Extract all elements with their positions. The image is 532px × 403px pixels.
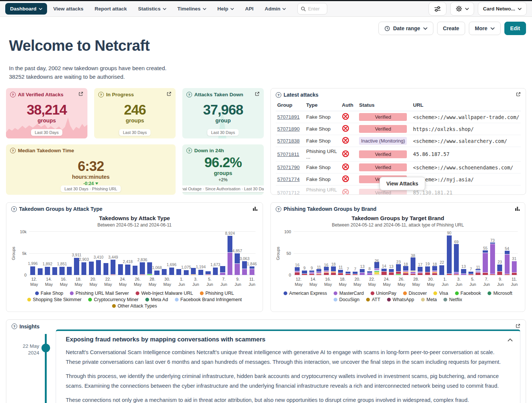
card-in-progress[interactable]: ? In Progress 246 groups Last 30 Days xyxy=(94,88,176,138)
help-icon[interactable]: ? xyxy=(10,148,16,153)
nav-item-statistics[interactable]: Statistics xyxy=(133,3,171,15)
bar-18-may[interactable]: 11 xyxy=(337,231,344,275)
bar-22-may[interactable] xyxy=(102,231,109,275)
bar-12-may[interactable]: 16 xyxy=(294,231,301,275)
filters-button[interactable] xyxy=(429,2,446,16)
nav-item-api[interactable]: API xyxy=(240,3,259,15)
group-link[interactable]: 57071811 xyxy=(277,151,299,157)
more-button[interactable]: More xyxy=(469,22,500,35)
group-link[interactable]: 57071890 xyxy=(277,126,300,132)
card-all-verified-attacks[interactable]: ? All Verified Attacks 38,214 groups Las… xyxy=(6,88,87,138)
bar-22-may[interactable]: 8 xyxy=(366,231,373,275)
bar-14-may[interactable]: 1,892 xyxy=(44,231,51,275)
bar-6-jun[interactable]: 1,673 xyxy=(212,231,219,275)
bar-8-jun[interactable]: 73 xyxy=(489,231,496,275)
bar-31-may[interactable]: 18 xyxy=(431,231,438,275)
legend-netflix[interactable]: Netflix xyxy=(443,297,462,302)
legend-meta-ad[interactable]: Meta Ad xyxy=(145,297,168,302)
bar-12-may[interactable]: 1,996 xyxy=(29,231,37,275)
legend-microsoft[interactable]: Microsoft xyxy=(488,291,512,296)
bar-9-jun[interactable]: 23 xyxy=(496,231,503,275)
external-link-icon[interactable] xyxy=(78,91,83,97)
bar-1-jun[interactable]: 22 xyxy=(438,231,445,275)
bar-7-jun[interactable]: 55 xyxy=(482,231,489,275)
group-link[interactable]: 57071838 xyxy=(277,138,300,144)
bar-25-may[interactable]: 13 xyxy=(388,231,395,275)
group-link[interactable]: 57071712 xyxy=(277,190,300,195)
bar-31-may[interactable]: 1,696 xyxy=(168,231,175,275)
bar-26-may[interactable]: 23 xyxy=(395,231,402,275)
nav-item-admin[interactable]: Admin xyxy=(260,3,291,15)
group-link[interactable]: 57071790 xyxy=(277,165,300,170)
bar-5-jun[interactable]: 7 xyxy=(467,231,474,275)
nav-item-timelines[interactable]: Timelines xyxy=(173,3,211,15)
bar-10-jun[interactable]: 3,063 xyxy=(241,231,248,275)
bar-7-jun[interactable] xyxy=(219,231,226,275)
chart-type-icon[interactable] xyxy=(515,206,520,212)
bar-27-may[interactable]: 18 xyxy=(402,231,409,275)
chart-type-icon[interactable] xyxy=(253,206,258,212)
attack-row[interactable]: 57071838 Fake Shop Inactive (Monitoring)… xyxy=(276,135,521,147)
bar-6-jun[interactable]: 11 xyxy=(474,231,482,275)
legend-shopping-site-skimmer[interactable]: Shopping Site Skimmer xyxy=(27,297,82,302)
bar-20-may[interactable]: 7 xyxy=(352,231,359,275)
legend-phishing-url[interactable]: Phishing URL xyxy=(200,291,234,296)
legend-facebook-brand-infringement[interactable]: Facebook Brand Infringement xyxy=(175,297,242,302)
external-link-icon[interactable] xyxy=(516,324,520,329)
legend-fake-shop[interactable]: Fake Shop xyxy=(35,291,63,296)
bar-19-may[interactable]: 7 xyxy=(344,231,352,275)
legend-phishing-url-mail-server[interactable]: Phishing URL Mail Server xyxy=(70,291,129,296)
external-link-icon[interactable] xyxy=(255,91,260,97)
card-attacks-taken-down[interactable]: ? Attacks Taken Down 37,968 group Last 3… xyxy=(182,88,264,138)
bar-15-may[interactable]: 11 xyxy=(315,231,322,275)
bar-29-may[interactable]: 1,068 xyxy=(153,231,161,275)
bar-20-may[interactable] xyxy=(87,231,95,275)
nav-item-view-attacks[interactable]: View attacks xyxy=(49,3,89,15)
card-down-in-24h[interactable]: ? Down in 24h 96.2% groups +2% Final Out… xyxy=(182,144,264,195)
bar-17-may[interactable]: 18 xyxy=(330,231,337,275)
bar-11-jun[interactable]: 31 xyxy=(511,231,518,275)
edit-button[interactable]: Edit xyxy=(504,22,526,35)
search-box[interactable] xyxy=(297,3,327,15)
bar-2-jun[interactable]: 90 xyxy=(446,231,453,275)
legend-american-express[interactable]: American Express xyxy=(284,291,327,296)
bar-21-may[interactable]: 3,410 xyxy=(95,231,102,275)
nav-item-help[interactable]: Help xyxy=(213,3,239,15)
attack-row[interactable]: 57071790 Fake Shop Verified <scheme>://w… xyxy=(276,162,521,174)
view-attacks-button[interactable]: View Attacks xyxy=(380,177,425,190)
external-link-icon[interactable] xyxy=(516,92,521,98)
legend-att[interactable]: ATT xyxy=(366,297,380,302)
bar-28-may[interactable]: 38 xyxy=(409,231,417,275)
bar-4-jun[interactable]: 1,194 xyxy=(197,231,205,275)
legend-web-inject-malware-url[interactable]: Web-Inject Malware URL xyxy=(136,291,193,296)
legend-unionpay[interactable]: UnionPay xyxy=(371,291,396,296)
create-button[interactable]: Create xyxy=(437,22,466,35)
bar-23-may[interactable]: 26 xyxy=(373,231,380,275)
bar-11-jun[interactable]: 1,846 xyxy=(248,231,256,275)
bar-29-may[interactable]: 17 xyxy=(417,231,424,275)
bar-24-may[interactable] xyxy=(117,231,124,275)
legend-facebook[interactable]: Facebook xyxy=(455,291,481,296)
help-icon[interactable]: ? xyxy=(186,92,192,97)
legend-other-attack-types[interactable]: Other Attack Types xyxy=(112,303,157,309)
bar-14-may[interactable]: 9 xyxy=(308,231,315,275)
help-icon[interactable]: ? xyxy=(186,148,192,153)
legend-visa[interactable]: Visa xyxy=(433,291,448,296)
attack-row[interactable]: 57071890 Fake Shop Verified https://oxlz… xyxy=(276,123,521,135)
bar-18-may[interactable]: 3,911 xyxy=(73,231,80,275)
external-link-icon[interactable] xyxy=(167,91,171,97)
bar-21-may[interactable]: 13 xyxy=(359,231,366,275)
account-menu-button[interactable]: Card Netwo... xyxy=(478,2,527,16)
search-input[interactable] xyxy=(308,6,324,12)
bar-30-may[interactable]: 19 xyxy=(424,231,431,275)
bar-26-may[interactable] xyxy=(132,231,139,275)
help-icon[interactable]: ? xyxy=(12,324,17,329)
bar-8-jun[interactable]: 8,924 xyxy=(226,231,234,275)
bar-3-jun[interactable]: 69 xyxy=(453,231,460,275)
card-median-takedown-time[interactable]: ? Median Takedown Time 6:32 hours:minute… xyxy=(6,144,176,195)
bar-4-jun[interactable]: 13 xyxy=(460,231,467,275)
help-icon[interactable]: ? xyxy=(276,206,281,212)
chevron-up-icon[interactable] xyxy=(508,336,513,343)
legend-docusign[interactable]: DocuSign xyxy=(334,297,359,302)
bar-16-may[interactable]: 16 xyxy=(322,231,330,275)
